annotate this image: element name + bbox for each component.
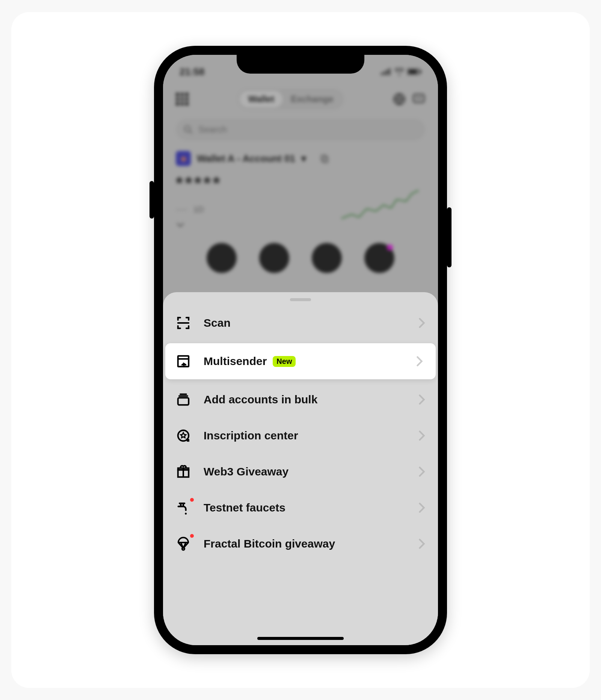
menu-item-inscription-center[interactable]: Inscription center	[163, 418, 438, 454]
menu-item-label: Add accounts in bulk	[204, 393, 317, 406]
menu-item-label: Scan	[204, 317, 231, 329]
menu-item-label: Inscription center	[204, 429, 298, 442]
device-mock-card: 21:58 Wallet Exchange	[11, 12, 590, 688]
notification-dot-icon	[190, 498, 194, 502]
menu-item-label: Web3 Giveaway	[204, 465, 288, 478]
phone-notch	[237, 55, 364, 74]
chevron-right-icon	[418, 502, 425, 513]
menu-item-web3-giveaway[interactable]: Web3 Giveaway	[163, 454, 438, 490]
chevron-right-icon	[416, 356, 423, 367]
actions-bottom-sheet: Scan Multisender New Add accounts in bul	[163, 292, 438, 645]
menu-item-testnet-faucets[interactable]: Testnet faucets	[163, 490, 438, 526]
menu-item-scan[interactable]: Scan	[163, 305, 438, 341]
phone-frame: 21:58 Wallet Exchange	[154, 46, 447, 654]
sheet-drag-handle[interactable]	[290, 298, 311, 301]
parachute-icon	[176, 536, 191, 551]
menu-item-add-accounts[interactable]: Add accounts in bulk	[163, 382, 438, 418]
bulk-accounts-icon	[176, 392, 191, 407]
chevron-right-icon	[418, 539, 425, 549]
chevron-right-icon	[418, 430, 425, 441]
chevron-right-icon	[418, 318, 425, 328]
menu-item-label: Fractal Bitcoin giveaway	[204, 537, 335, 550]
scan-icon	[176, 315, 191, 330]
notification-dot-icon	[190, 534, 194, 538]
menu-item-fractal-giveaway[interactable]: Fractal Bitcoin giveaway	[163, 526, 438, 562]
chevron-right-icon	[418, 466, 425, 477]
home-indicator[interactable]	[257, 637, 344, 640]
multisender-icon	[176, 354, 191, 369]
gift-icon	[176, 464, 191, 479]
inscription-icon	[176, 428, 191, 443]
faucet-icon	[176, 500, 191, 515]
chevron-right-icon	[418, 394, 425, 405]
new-badge: New	[273, 356, 296, 367]
phone-screen: 21:58 Wallet Exchange	[163, 55, 438, 645]
menu-item-multisender[interactable]: Multisender New	[165, 343, 436, 379]
svg-rect-13	[178, 398, 189, 405]
menu-item-label: Multisender	[204, 355, 267, 368]
menu-item-label: Testnet faucets	[204, 501, 285, 514]
